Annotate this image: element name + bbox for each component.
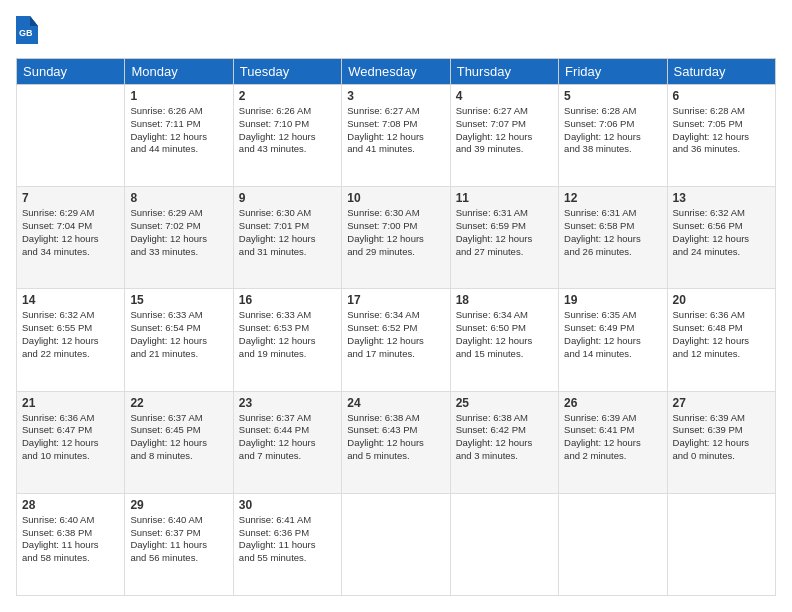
day-number: 27 (673, 396, 770, 410)
day-info: Sunrise: 6:33 AM Sunset: 6:53 PM Dayligh… (239, 309, 336, 360)
day-info: Sunrise: 6:32 AM Sunset: 6:56 PM Dayligh… (673, 207, 770, 258)
day-number: 29 (130, 498, 227, 512)
calendar-header-monday: Monday (125, 59, 233, 85)
calendar-cell (559, 493, 667, 595)
day-number: 24 (347, 396, 444, 410)
day-number: 10 (347, 191, 444, 205)
day-number: 1 (130, 89, 227, 103)
day-info: Sunrise: 6:32 AM Sunset: 6:55 PM Dayligh… (22, 309, 119, 360)
calendar-week-row: 14Sunrise: 6:32 AM Sunset: 6:55 PM Dayli… (17, 289, 776, 391)
day-info: Sunrise: 6:26 AM Sunset: 7:11 PM Dayligh… (130, 105, 227, 156)
calendar-cell: 21Sunrise: 6:36 AM Sunset: 6:47 PM Dayli… (17, 391, 125, 493)
day-number: 9 (239, 191, 336, 205)
day-number: 30 (239, 498, 336, 512)
calendar-cell: 8Sunrise: 6:29 AM Sunset: 7:02 PM Daylig… (125, 187, 233, 289)
calendar-cell: 9Sunrise: 6:30 AM Sunset: 7:01 PM Daylig… (233, 187, 341, 289)
calendar-cell: 25Sunrise: 6:38 AM Sunset: 6:42 PM Dayli… (450, 391, 558, 493)
day-info: Sunrise: 6:27 AM Sunset: 7:08 PM Dayligh… (347, 105, 444, 156)
day-number: 26 (564, 396, 661, 410)
day-info: Sunrise: 6:37 AM Sunset: 6:45 PM Dayligh… (130, 412, 227, 463)
day-info: Sunrise: 6:40 AM Sunset: 6:38 PM Dayligh… (22, 514, 119, 565)
calendar-cell: 24Sunrise: 6:38 AM Sunset: 6:43 PM Dayli… (342, 391, 450, 493)
day-info: Sunrise: 6:28 AM Sunset: 7:05 PM Dayligh… (673, 105, 770, 156)
calendar-cell: 7Sunrise: 6:29 AM Sunset: 7:04 PM Daylig… (17, 187, 125, 289)
calendar-cell: 23Sunrise: 6:37 AM Sunset: 6:44 PM Dayli… (233, 391, 341, 493)
day-info: Sunrise: 6:27 AM Sunset: 7:07 PM Dayligh… (456, 105, 553, 156)
day-info: Sunrise: 6:34 AM Sunset: 6:52 PM Dayligh… (347, 309, 444, 360)
calendar-cell: 30Sunrise: 6:41 AM Sunset: 6:36 PM Dayli… (233, 493, 341, 595)
day-info: Sunrise: 6:26 AM Sunset: 7:10 PM Dayligh… (239, 105, 336, 156)
calendar-cell: 17Sunrise: 6:34 AM Sunset: 6:52 PM Dayli… (342, 289, 450, 391)
calendar-cell: 27Sunrise: 6:39 AM Sunset: 6:39 PM Dayli… (667, 391, 775, 493)
svg-text:GB: GB (19, 28, 33, 38)
calendar-cell: 4Sunrise: 6:27 AM Sunset: 7:07 PM Daylig… (450, 85, 558, 187)
logo: GB (16, 16, 42, 48)
page: GB SundayMondayTuesdayWednesdayThursdayF… (0, 0, 792, 612)
calendar-header-saturday: Saturday (667, 59, 775, 85)
calendar-cell: 15Sunrise: 6:33 AM Sunset: 6:54 PM Dayli… (125, 289, 233, 391)
calendar-cell (667, 493, 775, 595)
day-number: 15 (130, 293, 227, 307)
calendar-cell (450, 493, 558, 595)
calendar-cell: 20Sunrise: 6:36 AM Sunset: 6:48 PM Dayli… (667, 289, 775, 391)
day-info: Sunrise: 6:30 AM Sunset: 7:01 PM Dayligh… (239, 207, 336, 258)
calendar-week-row: 21Sunrise: 6:36 AM Sunset: 6:47 PM Dayli… (17, 391, 776, 493)
day-number: 2 (239, 89, 336, 103)
calendar-cell: 16Sunrise: 6:33 AM Sunset: 6:53 PM Dayli… (233, 289, 341, 391)
day-number: 18 (456, 293, 553, 307)
calendar-cell: 19Sunrise: 6:35 AM Sunset: 6:49 PM Dayli… (559, 289, 667, 391)
day-number: 28 (22, 498, 119, 512)
day-number: 14 (22, 293, 119, 307)
day-info: Sunrise: 6:33 AM Sunset: 6:54 PM Dayligh… (130, 309, 227, 360)
svg-marker-1 (30, 16, 38, 26)
calendar-cell: 29Sunrise: 6:40 AM Sunset: 6:37 PM Dayli… (125, 493, 233, 595)
day-info: Sunrise: 6:29 AM Sunset: 7:04 PM Dayligh… (22, 207, 119, 258)
calendar-header-wednesday: Wednesday (342, 59, 450, 85)
day-number: 20 (673, 293, 770, 307)
day-number: 11 (456, 191, 553, 205)
calendar-cell: 14Sunrise: 6:32 AM Sunset: 6:55 PM Dayli… (17, 289, 125, 391)
calendar-header-friday: Friday (559, 59, 667, 85)
day-number: 13 (673, 191, 770, 205)
day-number: 8 (130, 191, 227, 205)
day-number: 17 (347, 293, 444, 307)
logo-icon: GB (16, 16, 38, 44)
calendar-cell: 11Sunrise: 6:31 AM Sunset: 6:59 PM Dayli… (450, 187, 558, 289)
calendar-cell: 22Sunrise: 6:37 AM Sunset: 6:45 PM Dayli… (125, 391, 233, 493)
calendar-cell (17, 85, 125, 187)
day-info: Sunrise: 6:41 AM Sunset: 6:36 PM Dayligh… (239, 514, 336, 565)
header: GB (16, 16, 776, 48)
calendar-cell (342, 493, 450, 595)
day-number: 23 (239, 396, 336, 410)
day-info: Sunrise: 6:38 AM Sunset: 6:42 PM Dayligh… (456, 412, 553, 463)
day-number: 5 (564, 89, 661, 103)
day-info: Sunrise: 6:35 AM Sunset: 6:49 PM Dayligh… (564, 309, 661, 360)
day-info: Sunrise: 6:36 AM Sunset: 6:47 PM Dayligh… (22, 412, 119, 463)
calendar-cell: 5Sunrise: 6:28 AM Sunset: 7:06 PM Daylig… (559, 85, 667, 187)
day-number: 4 (456, 89, 553, 103)
calendar-cell: 18Sunrise: 6:34 AM Sunset: 6:50 PM Dayli… (450, 289, 558, 391)
day-number: 25 (456, 396, 553, 410)
day-info: Sunrise: 6:34 AM Sunset: 6:50 PM Dayligh… (456, 309, 553, 360)
day-info: Sunrise: 6:39 AM Sunset: 6:41 PM Dayligh… (564, 412, 661, 463)
calendar-header-sunday: Sunday (17, 59, 125, 85)
calendar-cell: 3Sunrise: 6:27 AM Sunset: 7:08 PM Daylig… (342, 85, 450, 187)
day-info: Sunrise: 6:38 AM Sunset: 6:43 PM Dayligh… (347, 412, 444, 463)
calendar-cell: 26Sunrise: 6:39 AM Sunset: 6:41 PM Dayli… (559, 391, 667, 493)
day-info: Sunrise: 6:31 AM Sunset: 6:59 PM Dayligh… (456, 207, 553, 258)
calendar-cell: 13Sunrise: 6:32 AM Sunset: 6:56 PM Dayli… (667, 187, 775, 289)
calendar-cell: 10Sunrise: 6:30 AM Sunset: 7:00 PM Dayli… (342, 187, 450, 289)
day-info: Sunrise: 6:37 AM Sunset: 6:44 PM Dayligh… (239, 412, 336, 463)
calendar-cell: 1Sunrise: 6:26 AM Sunset: 7:11 PM Daylig… (125, 85, 233, 187)
day-info: Sunrise: 6:28 AM Sunset: 7:06 PM Dayligh… (564, 105, 661, 156)
day-number: 19 (564, 293, 661, 307)
calendar-week-row: 1Sunrise: 6:26 AM Sunset: 7:11 PM Daylig… (17, 85, 776, 187)
calendar-cell: 12Sunrise: 6:31 AM Sunset: 6:58 PM Dayli… (559, 187, 667, 289)
calendar-cell: 28Sunrise: 6:40 AM Sunset: 6:38 PM Dayli… (17, 493, 125, 595)
day-info: Sunrise: 6:30 AM Sunset: 7:00 PM Dayligh… (347, 207, 444, 258)
day-number: 6 (673, 89, 770, 103)
day-number: 16 (239, 293, 336, 307)
calendar-header-tuesday: Tuesday (233, 59, 341, 85)
calendar-cell: 6Sunrise: 6:28 AM Sunset: 7:05 PM Daylig… (667, 85, 775, 187)
calendar-week-row: 7Sunrise: 6:29 AM Sunset: 7:04 PM Daylig… (17, 187, 776, 289)
